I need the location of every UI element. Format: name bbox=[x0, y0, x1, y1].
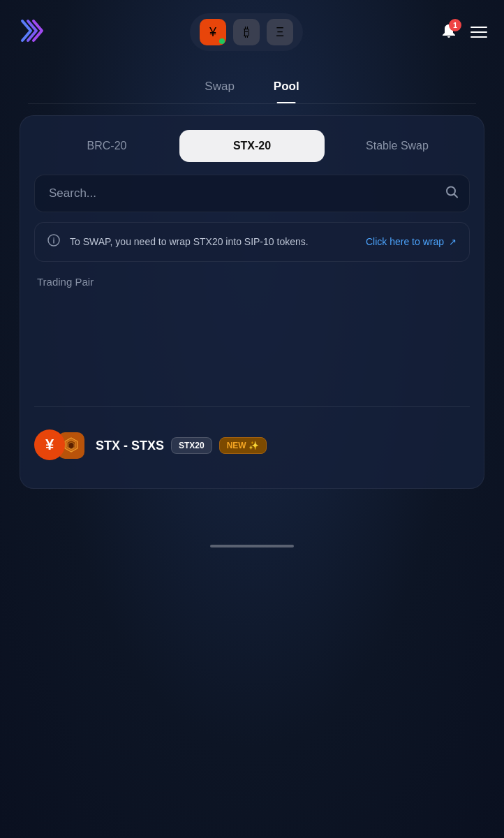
eth-symbol: Ξ bbox=[276, 25, 284, 40]
active-dot bbox=[219, 38, 225, 44]
pair-icons: ¥ bbox=[34, 429, 84, 462]
svg-point-3 bbox=[53, 237, 54, 239]
section-label: Trading Pair bbox=[34, 276, 470, 288]
info-link-wrap: Click here to wrap ↗ bbox=[366, 235, 457, 249]
info-banner: To SWAP, you need to wrap STX20 into SIP… bbox=[34, 222, 470, 262]
token-selector: ¥ ₿ Ξ bbox=[190, 13, 303, 51]
info-link[interactable]: Click here to wrap bbox=[366, 235, 444, 249]
search-wrapper bbox=[34, 175, 470, 212]
svg-point-1 bbox=[447, 187, 455, 196]
menu-button[interactable] bbox=[470, 27, 487, 38]
btc-token-btn[interactable]: ₿ bbox=[233, 19, 260, 45]
filter-stx20[interactable]: STX-20 bbox=[179, 130, 325, 162]
app-header: ¥ ₿ Ξ 1 bbox=[0, 0, 504, 64]
tab-pool[interactable]: Pool bbox=[271, 73, 302, 103]
filter-tabs: BRC-20 STX-20 Stable Swap bbox=[34, 130, 470, 162]
section-divider bbox=[34, 406, 470, 407]
badge-stx20: STX20 bbox=[171, 437, 212, 454]
pair-row[interactable]: ¥ STX - STXS STX20 NEW ✨ bbox=[34, 420, 470, 471]
search-icon bbox=[445, 185, 459, 203]
info-icon bbox=[47, 234, 60, 250]
badge-new: NEW ✨ bbox=[219, 437, 267, 454]
main-tabs: Swap Pool bbox=[28, 64, 476, 104]
btc-symbol: ₿ bbox=[244, 25, 250, 40]
info-text: To SWAP, you need to wrap STX20 into SIP… bbox=[70, 235, 356, 249]
external-link-icon: ↗ bbox=[449, 237, 457, 247]
header-actions: 1 bbox=[440, 22, 487, 43]
notification-badge: 1 bbox=[449, 19, 461, 31]
tab-swap[interactable]: Swap bbox=[202, 73, 237, 103]
filter-stable-swap[interactable]: Stable Swap bbox=[325, 130, 470, 162]
search-input[interactable] bbox=[34, 175, 470, 212]
notification-button[interactable]: 1 bbox=[440, 22, 458, 43]
empty-results-area bbox=[34, 296, 470, 394]
stx-symbol: ¥ bbox=[209, 25, 216, 40]
filter-brc20[interactable]: BRC-20 bbox=[34, 130, 179, 162]
pair-name: STX - STXS bbox=[96, 439, 164, 453]
pair-icon-stx: ¥ bbox=[34, 429, 65, 460]
svg-marker-6 bbox=[68, 442, 74, 449]
main-card: BRC-20 STX-20 Stable Swap To SWAP, you n… bbox=[20, 115, 484, 489]
pair-info: STX - STXS STX20 NEW ✨ bbox=[96, 437, 267, 454]
eth-token-btn[interactable]: Ξ bbox=[267, 19, 293, 45]
logo bbox=[17, 13, 53, 52]
stx-token-btn[interactable]: ¥ bbox=[200, 19, 226, 45]
scroll-indicator bbox=[210, 545, 294, 547]
